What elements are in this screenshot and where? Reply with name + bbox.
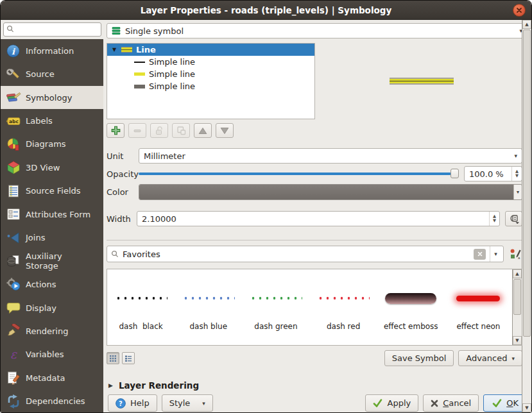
- sidebar-item-rendering[interactable]: Rendering: [1, 319, 103, 342]
- joins-icon: [5, 230, 21, 246]
- search-icon: [111, 250, 119, 258]
- scroll-up-icon[interactable]: ▲: [513, 269, 522, 278]
- unit-value: Millimeter: [144, 151, 185, 161]
- ok-button[interactable]: OK: [483, 394, 528, 412]
- style-item-label: effect emboss: [377, 322, 445, 331]
- unit-select[interactable]: Millimeter ▾: [139, 148, 522, 164]
- tree-item-label: Simple line: [149, 81, 195, 91]
- advanced-button[interactable]: Advanced ▾: [458, 350, 522, 366]
- width-spinbox[interactable]: 2.10000 ▲▼: [137, 211, 500, 226]
- renderer-select[interactable]: Single symbol ▾: [107, 23, 528, 38]
- titlebar[interactable]: Layer Properties - roads (triple_levels)…: [1, 1, 531, 20]
- actions-icon: [5, 277, 21, 292]
- tree-item-line[interactable]: ▼ Line: [107, 44, 314, 56]
- source-icon: [5, 67, 21, 82]
- list-view-button[interactable]: [122, 352, 135, 364]
- tree-item-simple-line[interactable]: Simple line: [107, 56, 314, 68]
- style-gallery-item[interactable]: dash blue: [175, 269, 242, 345]
- add-symbol-layer-button[interactable]: [107, 123, 124, 138]
- data-defined-override-icon: [509, 214, 519, 224]
- sidebar-item-diagrams[interactable]: Diagrams: [1, 133, 103, 156]
- sidebar-item-actions[interactable]: Actions: [1, 273, 103, 296]
- move-up-button[interactable]: [194, 123, 212, 138]
- style-search-input[interactable]: [123, 249, 470, 259]
- help-button[interactable]: ? Help: [108, 394, 157, 412]
- sidebar-item-symbology[interactable]: Symbology: [1, 86, 103, 109]
- sidebar-item-source-fields[interactable]: Source Fields: [1, 180, 103, 203]
- dependencies-icon: [5, 394, 21, 409]
- scroll-up-icon[interactable]: ▲: [522, 20, 531, 29]
- sidebar-item-auxiliary-storage[interactable]: Auxiliary Storage: [1, 249, 103, 273]
- opacity-spinbox[interactable]: 100.0 % ▲▼: [464, 166, 522, 181]
- layer-rendering-label: Layer Rendering: [119, 380, 199, 391]
- opacity-row: Opacity 100.0 % ▲▼: [107, 166, 522, 181]
- color-swatch[interactable]: [139, 185, 513, 199]
- style-gallery-item[interactable]: effect emboss: [377, 269, 445, 345]
- clear-button[interactable]: [474, 249, 486, 260]
- scroll-down-icon[interactable]: ▼: [522, 403, 531, 412]
- unit-row: Unit Millimeter ▾: [107, 148, 522, 164]
- tree-item-label: Simple line: [149, 69, 195, 79]
- spinner-down-icon[interactable]: ▼: [493, 219, 496, 223]
- scroll-down-icon[interactable]: ▼: [513, 336, 522, 345]
- scrollbar-thumb[interactable]: [513, 279, 521, 315]
- clear-icon: [477, 251, 483, 257]
- apply-button[interactable]: Apply: [365, 394, 418, 412]
- color-button[interactable]: ▾: [139, 184, 522, 200]
- style-gallery-item[interactable]: effect neon: [445, 269, 512, 345]
- tree-item-simple-line[interactable]: Simple line: [107, 68, 314, 80]
- cancel-button[interactable]: Cancel: [423, 394, 479, 412]
- sidebar-item-attributes-form[interactable]: Attributes Form: [1, 203, 103, 226]
- sidebar-scrollbar[interactable]: ▲ ▼: [522, 20, 531, 412]
- sidebar-item-metadata[interactable]: Metadata: [1, 366, 103, 389]
- layer-rendering-header[interactable]: ▶ Layer Rendering: [107, 380, 528, 391]
- slider-handle[interactable]: [450, 169, 459, 178]
- style-item-label: dash green: [242, 322, 309, 331]
- auxiliary-storage-icon: [5, 253, 21, 269]
- remove-symbol-layer-button[interactable]: [128, 123, 146, 138]
- style-manager-button[interactable]: a: [508, 247, 522, 261]
- dropdown-arrow-icon[interactable]: ▾: [490, 246, 501, 262]
- search-icon: [6, 25, 14, 33]
- style-gallery-item[interactable]: dash green: [242, 269, 309, 345]
- save-symbol-button[interactable]: Save Symbol: [384, 350, 454, 366]
- sidebar-item-joins[interactable]: Joins: [1, 226, 103, 249]
- simple-line-swatch: [134, 72, 145, 76]
- style-search-box[interactable]: ▾: [107, 246, 504, 262]
- scrollbar-thumb[interactable]: [523, 30, 531, 337]
- information-icon: i: [5, 43, 21, 58]
- spinner-down-icon[interactable]: ▼: [515, 174, 519, 178]
- sidebar-search-input[interactable]: [3, 22, 101, 37]
- sidebar-item-source[interactable]: Source: [1, 62, 103, 85]
- color-row: Color ▾: [107, 184, 522, 200]
- lock-color-button[interactable]: [150, 123, 168, 138]
- list-view-icon: [124, 355, 132, 362]
- sidebar-item-variables[interactable]: ε Variables: [1, 343, 103, 366]
- sidebar-item-information[interactable]: i Information: [1, 39, 103, 62]
- sidebar-item-display[interactable]: Display: [1, 296, 103, 319]
- style-gallery-item[interactable]: dash red: [310, 269, 377, 345]
- duplicate-symbol-layer-button[interactable]: [172, 123, 190, 138]
- gallery-scrollbar[interactable]: ▲ ▼: [512, 269, 522, 345]
- dropdown-arrow-icon: ▾: [511, 355, 515, 362]
- tree-item-simple-line[interactable]: Simple line: [107, 80, 314, 92]
- check-icon: [373, 399, 382, 407]
- triple-line-preview: [390, 78, 454, 85]
- dropdown-arrow-icon[interactable]: ▾: [513, 185, 522, 199]
- style-gallery-item[interactable]: dash black: [107, 269, 175, 345]
- sidebar-item-3d-view[interactable]: 3D View: [1, 156, 103, 179]
- simple-line-swatch: [134, 62, 145, 63]
- sidebar-item-dependencies[interactable]: Dependencies: [1, 390, 103, 413]
- close-button[interactable]: [513, 4, 526, 17]
- move-down-button[interactable]: [216, 123, 234, 138]
- help-icon: ?: [116, 398, 126, 409]
- sidebar-item-labels[interactable]: abc Labels: [1, 109, 103, 132]
- data-defined-override-button[interactable]: [505, 211, 522, 226]
- opacity-slider[interactable]: [139, 166, 459, 181]
- style-preview: [456, 296, 500, 301]
- symbol-layer-toolbar: [107, 123, 528, 138]
- style-button[interactable]: Style ▾: [162, 394, 213, 412]
- svg-text:abc: abc: [9, 119, 19, 124]
- icon-view-button[interactable]: [107, 352, 119, 364]
- expander-icon[interactable]: ▼: [111, 47, 117, 53]
